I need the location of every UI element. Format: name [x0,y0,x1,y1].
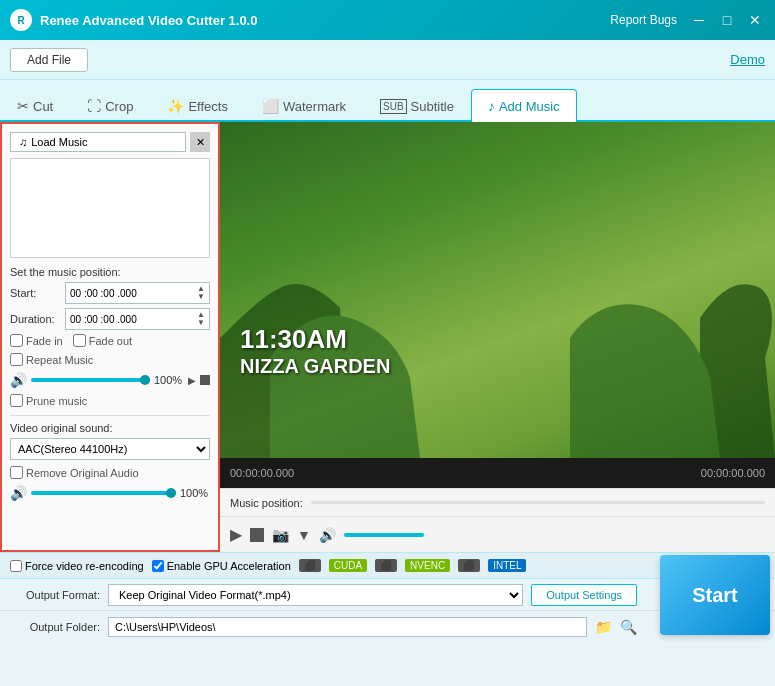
video-volume-thumb[interactable] [166,488,176,498]
video-volume-percent: 100% [180,487,210,499]
music-position-bar: Music position: [220,488,775,516]
screenshot-button[interactable]: 📷 [272,527,289,543]
enable-gpu-label[interactable]: Enable GPU Acceleration [152,560,291,572]
tab-effects-label: Effects [188,99,228,114]
left-panel: ♫ Load Music ✕ Set the music position: S… [0,122,220,552]
force-reencode-label[interactable]: Force video re-encoding [10,560,144,572]
close-music-button[interactable]: ✕ [190,132,210,152]
crop-icon: ⛶ [87,98,101,114]
start-time-spinners[interactable]: ▲ ▼ [197,285,205,301]
repeat-music-row: Repeat Music [10,353,210,366]
title-bar-left: R Renee Advanced Video Cutter 1.0.0 [10,9,257,31]
video-volume-slider[interactable] [31,491,176,495]
folder-open-icon[interactable]: 📁 [595,619,612,635]
app-title: Renee Advanced Video Cutter 1.0.0 [40,13,257,28]
tab-effects[interactable]: ✨ Effects [150,89,245,122]
music-pos-label: Music position: [230,497,303,509]
subtitle-icon: SUB [380,99,407,114]
prune-music-label[interactable]: Prune music [10,394,210,407]
music-stop-button[interactable] [200,375,210,385]
title-bar-right: Report Bugs ─ □ ✕ [610,12,765,28]
add-file-button[interactable]: Add File [10,48,88,72]
repeat-music-label[interactable]: Repeat Music [10,353,210,366]
fade-out-label[interactable]: Fade out [73,334,132,347]
playback-volume-slider[interactable] [344,533,424,537]
audio-format-row: AAC(Stereo 44100Hz) [10,438,210,460]
tab-addmusic[interactable]: ♪ Add Music [471,89,577,122]
divider [10,415,210,416]
tab-subtitle-label: Subtitle [411,99,454,114]
report-bugs-link[interactable]: Report Bugs [610,13,677,27]
search-folder-icon[interactable]: 🔍 [620,619,637,635]
tab-watermark[interactable]: ⬜ Watermark [245,89,363,122]
playback-play-button[interactable]: ▶ [230,525,242,544]
start-time-input[interactable]: 00 :00 :00 .000 ▲ ▼ [65,282,210,304]
remove-audio-label[interactable]: Remove Original Audio [10,466,210,479]
duration-time-down[interactable]: ▼ [197,319,205,327]
prune-music-row: Prune music [10,394,210,407]
intel-badge: INTEL [488,559,526,572]
playback-stop-button[interactable] [250,528,264,542]
gpu-icon: ⬛ [299,559,321,572]
fade-out-checkbox[interactable] [73,334,86,347]
close-button[interactable]: ✕ [745,12,765,28]
tab-addmusic-label: Add Music [499,99,560,114]
screenshot-down-button[interactable]: ▼ [297,527,311,543]
video-overlay: 11:30AM NIZZA GARDEN [240,324,390,378]
output-format-label: Output Format: [10,589,100,601]
start-time-down[interactable]: ▼ [197,293,205,301]
intel-gpu-icon: ⬛ [458,559,480,572]
repeat-music-checkbox[interactable] [10,353,23,366]
prune-music-checkbox[interactable] [10,394,23,407]
music-volume-row: 🔊 100% ▶ [10,372,210,388]
load-music-label: Load Music [31,136,87,148]
start-button-area: Start [655,547,775,643]
cuda-badge: CUDA [329,559,367,572]
duration-time-row: Duration: 00 :00 :00 .000 ▲ ▼ [10,308,210,330]
force-reencode-checkbox[interactable] [10,560,22,572]
load-music-button[interactable]: ♫ Load Music [10,132,186,152]
demo-link[interactable]: Demo [730,52,765,67]
maximize-button[interactable]: □ [717,12,737,28]
start-button[interactable]: Start [660,555,770,635]
tab-bar: ✂ Cut ⛶ Crop ✨ Effects ⬜ Watermark SUB S… [0,80,775,122]
video-time-text: 11:30AM [240,324,390,355]
repeat-music-text: Repeat Music [26,354,93,366]
output-format-select[interactable]: Keep Original Video Format(*.mp4) [108,584,523,606]
tab-crop[interactable]: ⛶ Crop [70,89,150,122]
duration-time-spinners[interactable]: ▲ ▼ [197,311,205,327]
tab-cut[interactable]: ✂ Cut [0,89,70,122]
tab-subtitle[interactable]: SUB Subtitle [363,90,471,122]
fade-in-checkbox[interactable] [10,334,23,347]
music-position-label: Set the music position: [10,266,210,278]
video-area: 11:30AM NIZZA GARDEN 00:00:00.000 00:00:… [220,122,775,552]
music-position-track[interactable] [311,501,765,504]
window-controls: ─ □ ✕ [689,12,765,28]
minimize-button[interactable]: ─ [689,12,709,28]
music-play-button[interactable]: ▶ [188,375,196,386]
output-folder-input[interactable] [108,617,587,637]
music-list[interactable] [10,158,210,258]
output-folder-label: Output Folder: [10,621,100,633]
title-bar: R Renee Advanced Video Cutter 1.0.0 Repo… [0,0,775,40]
audio-format-select[interactable]: AAC(Stereo 44100Hz) [10,438,210,460]
output-settings-button[interactable]: Output Settings [531,584,637,606]
duration-time-input[interactable]: 00 :00 :00 .000 ▲ ▼ [65,308,210,330]
tab-cut-label: Cut [33,99,53,114]
load-music-bar: ♫ Load Music ✕ [10,132,210,152]
playback-volume-icon: 🔊 [319,527,336,543]
enable-gpu-checkbox[interactable] [152,560,164,572]
fade-row: Fade in Fade out [10,334,210,347]
enable-gpu-text: Enable GPU Acceleration [167,560,291,572]
tab-watermark-label: Watermark [283,99,346,114]
fade-in-label[interactable]: Fade in [10,334,63,347]
music-volume-slider[interactable] [31,378,150,382]
music-volume-thumb[interactable] [140,375,150,385]
toolbar: Add File Demo [0,40,775,80]
watermark-icon: ⬜ [262,98,279,114]
start-time-value: 00 :00 :00 .000 [70,288,137,299]
force-reencode-text: Force video re-encoding [25,560,144,572]
video-original-sound-label: Video original sound: [10,422,210,434]
remove-audio-checkbox[interactable] [10,466,23,479]
nvenc-gpu-icon: ⬛ [375,559,397,572]
